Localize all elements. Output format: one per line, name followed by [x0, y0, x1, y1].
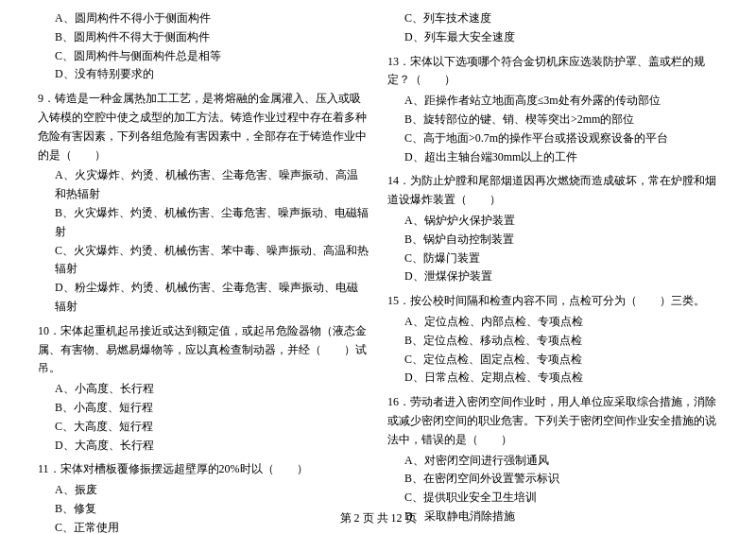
q15-option-d: D、日常点检、定期点检、专项点检	[387, 369, 718, 388]
question-13-text: 13．宋体以下选项哪个符合金切机床应选装防护罩、盖或栏的规定？（ ）	[387, 53, 718, 91]
q14-option-d: D、泄煤保护装置	[387, 267, 718, 286]
q13-option-c: C、高于地面>0.7m的操作平台或搭设观察设备的平台	[387, 129, 718, 148]
option-d: D、没有特别要求的	[38, 65, 369, 84]
option-c: C、圆周构件与侧面构件总是相等	[38, 47, 369, 66]
option-b: B、圆周构件不得大于侧面构件	[38, 28, 369, 47]
q16-option-b: B、在密闭空间外设置警示标识	[387, 470, 718, 489]
q12-option-d: D、列车最大安全速度	[387, 28, 718, 47]
prev-question-options: A、圆周构件不得小于侧面构件 B、圆周构件不得大于侧面构件 C、圆周构件与侧面构…	[38, 9, 369, 84]
q9-option-d: D、粉尘爆炸、灼烫、机械伤害、尘毒危害、噪声振动、电磁辐射	[38, 279, 369, 317]
q10-option-a: A、小高度、长行程	[38, 380, 369, 399]
question-15-text: 15．按公校时间隔和检查内容不同，点检可分为（ ）三类。	[387, 292, 718, 311]
question-10-text: 10．宋体起重机起吊接近或达到额定值，或起吊危险器物（液态金属、有害物、易燃易爆…	[38, 322, 369, 378]
q10-option-d: D、大高度、长行程	[38, 437, 369, 456]
q15-option-a: A、定位点检、内部点检、专项点检	[387, 313, 718, 332]
q13-option-a: A、距操作者站立地面高度≤3m处有外露的传动部位	[387, 92, 718, 111]
q10-option-b: B、小高度、短行程	[38, 399, 369, 418]
question-16-text: 16．劳动者进入密闭空间作业时，用人单位应采取综合措施，消除或减少密闭空间的职业…	[387, 393, 718, 449]
question-15: 15．按公校时间隔和检查内容不同，点检可分为（ ）三类。 A、定位点检、内部点检…	[387, 292, 718, 388]
left-column: A、圆周构件不得小于侧面构件 B、圆周构件不得大于侧面构件 C、圆周构件与侧面构…	[38, 9, 369, 534]
q16-option-c: C、提供职业安全卫生培训	[387, 489, 718, 508]
q15-option-c: C、定位点检、固定点检、专项点检	[387, 351, 718, 370]
page-footer: 第 2 页 共 12 页	[0, 510, 756, 526]
question-14-text: 14．为防止炉膛和尾部烟道因再次燃烧而造成破坏，常在炉膛和烟道设爆炸装置（ ）	[387, 172, 718, 210]
q9-option-b: B、火灾爆炸、灼烫、机械伤害、尘毒危害、噪声振动、电磁辐射	[38, 204, 369, 242]
right-column: C、列车技术速度 D、列车最大安全速度 13．宋体以下选项哪个符合金切机床应选装…	[387, 9, 718, 534]
q14-option-b: B、锅炉自动控制装置	[387, 231, 718, 250]
q16-option-a: A、对密闭空间进行强制通风	[387, 452, 718, 471]
q11-option-a: A、振废	[38, 481, 369, 500]
question-10: 10．宋体起重机起吊接近或达到额定值，或起吊危险器物（液态金属、有害物、易燃易爆…	[38, 322, 369, 456]
q9-option-a: A、火灾爆炸、灼烫、机械伤害、尘毒危害、噪声振动、高温和热辐射	[38, 166, 369, 204]
q12-option-c: C、列车技术速度	[387, 9, 718, 28]
question-13: 13．宋体以下选项哪个符合金切机床应选装防护罩、盖或栏的规定？（ ） A、距操作…	[387, 53, 718, 167]
exam-page: A、圆周构件不得小于侧面构件 B、圆周构件不得大于侧面构件 C、圆周构件与侧面构…	[0, 0, 756, 534]
question-9-text: 9．铸造是一种金属热加工工艺，是将熔融的金属灌入、压入或吸入铸模的空腔中使之成型…	[38, 90, 369, 164]
q12-continued-options: C、列车技术速度 D、列车最大安全速度	[387, 9, 718, 47]
q14-option-c: C、防爆门装置	[387, 250, 718, 268]
q9-option-c: C、火灾爆炸、灼烫、机械伤害、苯中毒、噪声振动、高温和热辐射	[38, 242, 369, 280]
q10-option-c: C、大高度、短行程	[38, 418, 369, 437]
question-14: 14．为防止炉膛和尾部烟道因再次燃烧而造成破坏，常在炉膛和烟道设爆炸装置（ ） …	[387, 172, 718, 286]
q13-option-d: D、超出主轴台端30mm以上的工件	[387, 148, 718, 167]
q14-option-a: A、锅炉炉火保护装置	[387, 212, 718, 231]
page-info: 第 2 页 共 12 页	[340, 511, 417, 525]
question-16: 16．劳动者进入密闭空间作业时，用人单位应采取综合措施，消除或减少密闭空间的职业…	[387, 393, 718, 526]
q15-option-b: B、定位点检、移动点检、专项点检	[387, 332, 718, 351]
question-9: 9．铸造是一种金属热加工工艺，是将熔融的金属灌入、压入或吸入铸模的空腔中使之成型…	[38, 90, 369, 317]
option-a: A、圆周构件不得小于侧面构件	[38, 9, 369, 28]
q13-option-b: B、旋转部位的键、销、楔等突出>2mm的部位	[387, 111, 718, 129]
question-11-text: 11．宋体对槽板覆修振摆远超壁厚的20%时以（ ）	[38, 460, 369, 479]
content-area: A、圆周构件不得小于侧面构件 B、圆周构件不得大于侧面构件 C、圆周构件与侧面构…	[38, 9, 718, 534]
